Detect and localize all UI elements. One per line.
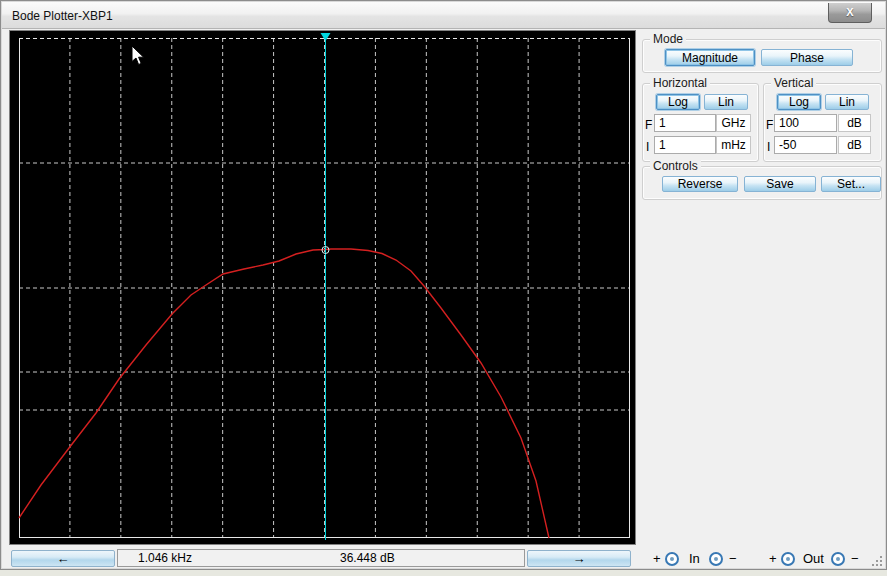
vertical-initial-input[interactable]: -50 (774, 136, 837, 154)
save-button[interactable]: Save (744, 176, 816, 192)
cursor-magnitude-readout: 36.448 dB (320, 549, 525, 567)
mouse-cursor (131, 45, 145, 66)
horizontal-initial-label: I (646, 140, 649, 154)
vertical-final-unit[interactable]: dB (838, 114, 871, 132)
controls-group: Controls Reverse Save Set... (642, 166, 882, 200)
horizontal-initial-unit[interactable]: mHz (716, 136, 751, 154)
reverse-button[interactable]: Reverse (662, 176, 738, 192)
horizontal-group-label: Horizontal (650, 76, 710, 90)
bode-plot[interactable] (19, 38, 630, 538)
plot-panel (9, 30, 636, 545)
horizontal-final-unit[interactable]: GHz (716, 114, 751, 132)
scroll-left-button[interactable]: ← (11, 550, 115, 567)
in-plus-terminal[interactable] (665, 552, 679, 566)
scroll-right-button[interactable]: → (527, 550, 631, 567)
right-arrow-icon: → (573, 551, 586, 566)
out-plus-terminal[interactable] (781, 552, 795, 566)
close-button[interactable]: X (828, 3, 872, 23)
out-minus-label: − (851, 551, 859, 566)
vertical-initial-label: I (767, 140, 770, 154)
magnitude-button[interactable]: Magnitude (665, 49, 755, 66)
cursor-handle-icon[interactable] (320, 33, 330, 41)
cursor-frequency-readout: 1.046 kHz (117, 549, 321, 567)
horizontal-log-button[interactable]: Log (656, 94, 700, 110)
vertical-final-label: F (766, 118, 773, 132)
mode-group-label: Mode (650, 32, 686, 46)
horizontal-group: Horizontal Log Lin F 1 GHz I 1 mHz (642, 83, 759, 162)
in-minus-label: − (729, 551, 737, 566)
horizontal-initial-input[interactable]: 1 (654, 136, 716, 154)
terminal-row: + In − + Out − (653, 551, 883, 567)
plot-background (11, 32, 634, 543)
window-title: Bode Plotter-XBP1 (12, 9, 113, 23)
in-minus-terminal[interactable] (709, 552, 723, 566)
vertical-group-label: Vertical (771, 76, 816, 90)
vertical-log-button[interactable]: Log (777, 94, 821, 110)
resize-grip[interactable] (869, 553, 882, 566)
controls-group-label: Controls (650, 159, 701, 173)
horizontal-final-input[interactable]: 1 (654, 114, 716, 132)
left-arrow-icon: ← (57, 551, 70, 566)
vertical-initial-unit[interactable]: dB (838, 136, 871, 154)
title-bar[interactable]: Bode Plotter-XBP1 X (2, 2, 885, 29)
out-plus-label: + (769, 551, 777, 566)
phase-button[interactable]: Phase (761, 49, 853, 66)
horizontal-lin-button[interactable]: Lin (704, 94, 748, 110)
vertical-final-input[interactable]: 100 (774, 114, 837, 132)
in-plus-label: + (653, 551, 661, 566)
magnitude-trace (19, 249, 549, 538)
desktop-background (0, 570, 887, 576)
mode-group: Mode Magnitude Phase (642, 39, 882, 73)
vertical-lin-button[interactable]: Lin (825, 94, 869, 110)
vertical-group: Vertical Log Lin F 100 dB I -50 dB (763, 83, 882, 162)
set-button[interactable]: Set... (821, 176, 881, 192)
bode-plotter-window: Bode Plotter-XBP1 X Mode Magnitude Phase… (0, 0, 887, 570)
out-minus-terminal[interactable] (831, 552, 845, 566)
horizontal-final-label: F (645, 118, 652, 132)
out-label: Out (803, 551, 824, 566)
in-label: In (689, 551, 700, 566)
